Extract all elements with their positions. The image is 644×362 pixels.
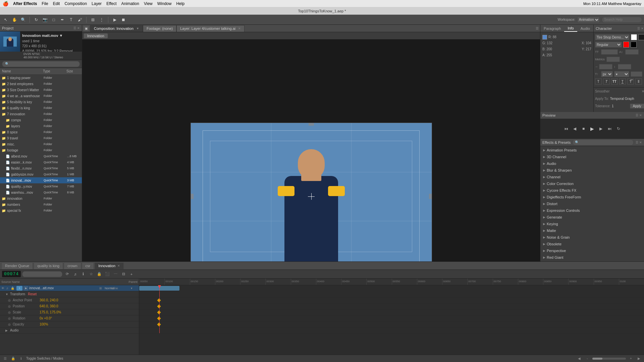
file-item-21[interactable]: 📁 innovation Folder xyxy=(0,195,82,201)
toolbar-text[interactable]: T xyxy=(67,16,75,23)
preview-loop[interactable]: ↻ xyxy=(615,125,622,132)
menu-view[interactable]: View xyxy=(144,1,153,6)
menu-composition[interactable]: Composition xyxy=(64,1,87,6)
layer-visibility[interactable]: 👁 xyxy=(1,287,6,290)
scale-v-input[interactable]: 100 % xyxy=(618,64,631,69)
t-btn-1[interactable]: T xyxy=(595,78,602,84)
file-item-12[interactable]: 📁 misc. Folder xyxy=(0,141,82,147)
toolbar-rotate[interactable]: ↻ xyxy=(33,16,40,23)
toolbar-hand[interactable]: ✋ xyxy=(11,16,18,23)
file-item-20[interactable]: 📄 warehou...mov QuickTime 8 MB xyxy=(0,189,82,195)
position-stopwatch[interactable]: ◎ xyxy=(8,305,11,308)
file-item-14[interactable]: 📄 albest.mov QuickTime ...8 MB xyxy=(0,153,82,159)
layer-row-1[interactable]: 👁 ♬ 🔒 1 ▶ innovat...att.mov ⊞ Normal Non… xyxy=(0,285,139,291)
transform-arrow[interactable]: ▼ xyxy=(5,293,9,296)
opacity-row[interactable]: ◎ Opacity 100% xyxy=(0,321,139,327)
effects-cat-expression-controls[interactable]: ▶Expression Controls xyxy=(540,207,644,214)
tl-new-btn[interactable]: + xyxy=(128,271,135,278)
tab-audio[interactable]: Audio xyxy=(577,25,593,32)
file-item-18[interactable]: 📄 innovat...mov QuickTime 3 MB xyxy=(0,177,82,183)
menu-file[interactable]: File xyxy=(42,1,48,6)
preview-prev-frame[interactable]: ◀ xyxy=(572,125,578,132)
character-menu[interactable]: ☰ ✕ xyxy=(637,27,644,30)
anchor-stopwatch[interactable]: ◎ xyxy=(8,299,11,302)
toolbar-select[interactable]: ↖ xyxy=(2,16,9,23)
rotation-value[interactable]: 0x +0.0° xyxy=(40,316,52,320)
parent-dropdown[interactable]: ▾ xyxy=(131,287,138,290)
t-btn-4[interactable]: T xyxy=(619,78,626,84)
file-item-9[interactable]: 📁 layers Folder xyxy=(0,123,82,129)
tracking-input[interactable]: 0 xyxy=(606,57,620,62)
font-style-select[interactable]: Regular xyxy=(595,42,622,48)
rotation-stopwatch[interactable]: ◎ xyxy=(8,317,11,320)
layer-lock[interactable]: 🔒 xyxy=(11,287,15,290)
tl-bottom-lock[interactable]: 🔒 xyxy=(10,356,16,362)
tl-bottom-zoom-in[interactable]: + xyxy=(628,356,634,362)
tab-footage[interactable]: Footage: (none) xyxy=(143,25,176,32)
effects-cat-digieffects-freeform[interactable]: ▶Digieffects FreeForm xyxy=(540,194,644,200)
preview-skip-end[interactable]: ⏭ xyxy=(606,125,613,132)
effects-cat-channel[interactable]: ▶Channel xyxy=(540,174,644,180)
menu-help[interactable]: Help xyxy=(176,1,184,6)
timeline-tab-csr[interactable]: csr xyxy=(82,262,94,269)
timecode-display[interactable]: 00074 xyxy=(2,271,21,277)
comp-tab-close[interactable]: ▼ xyxy=(136,27,139,30)
scale-stopwatch[interactable]: ◎ xyxy=(8,311,11,314)
scale-value[interactable]: 175.0, 175.0% xyxy=(40,310,61,314)
toolbar-snap[interactable]: ⊞ xyxy=(89,16,97,23)
timeline-tab-crown[interactable]: crown xyxy=(64,262,81,269)
font-size-input[interactable]: 140 px xyxy=(601,49,618,55)
tl-bottom-info[interactable]: ℹ xyxy=(18,356,24,362)
transform-reset[interactable]: Reset xyxy=(28,292,37,296)
opacity-stopwatch[interactable]: ◎ xyxy=(8,323,11,326)
workspace-select[interactable]: Animation xyxy=(577,17,600,23)
frame-handle-right[interactable] xyxy=(429,194,432,199)
project-search-input[interactable] xyxy=(2,61,80,67)
toolbar-grid[interactable]: ⋮ xyxy=(98,16,105,23)
tl-adjustment-btn[interactable]: ⊟ xyxy=(120,271,127,278)
toolbar-pen[interactable]: ✒ xyxy=(59,16,66,23)
effects-cat-distort[interactable]: ▶Distort xyxy=(540,200,644,207)
file-item-2[interactable]: 📁 2 best employees Folder xyxy=(0,81,82,87)
file-item-22[interactable]: 📁 numbers Folder xyxy=(0,201,82,207)
file-item-8[interactable]: 📁 comps Folder xyxy=(0,117,82,123)
fill-color[interactable] xyxy=(623,42,629,48)
file-item-5[interactable]: 📁 5 flexibility is key Folder xyxy=(0,99,82,105)
tl-solo-btn[interactable]: ☆ xyxy=(88,271,95,278)
scale-h-input[interactable]: 100 % xyxy=(599,64,612,69)
toolbar-zoom[interactable]: 🔍 xyxy=(19,16,27,23)
layer-tab-close[interactable]: ✕ xyxy=(238,27,241,30)
timeline-tab-innovation[interactable]: Innovation✕ xyxy=(95,262,124,269)
file-item-1[interactable]: 📁 1 staying power Folder xyxy=(0,75,82,81)
layer-audio-vis[interactable]: ♬ xyxy=(6,287,11,290)
effects-cat-generate[interactable]: ▶Generate xyxy=(540,214,644,221)
frame-handle-left[interactable] xyxy=(191,194,194,199)
t-btn-3[interactable]: TT xyxy=(611,78,618,84)
position-value[interactable]: 640.0, 360.0 xyxy=(40,304,58,308)
text-stroke-box[interactable] xyxy=(638,34,644,40)
file-item-3[interactable]: 📁 3 Size Doesn't Matter Folder xyxy=(0,87,82,93)
preview-skip-start[interactable]: ⏮ xyxy=(563,125,570,132)
tl-bottom-prev[interactable]: ◀ xyxy=(576,356,582,362)
effects-cat-audio[interactable]: ▶Audio xyxy=(540,160,644,167)
stroke-color[interactable] xyxy=(631,42,637,48)
apply-btn[interactable]: Apply xyxy=(630,104,644,109)
file-item-17[interactable]: 📄 gabbysize.mov QuickTime 1 MB xyxy=(0,171,82,177)
scale-row[interactable]: ◎ Scale 175.0, 175.0% xyxy=(0,309,139,315)
tl-bottom-next[interactable]: ▶ xyxy=(636,356,642,362)
rotation-row[interactable]: ◎ Rotation 0x +0.0° xyxy=(0,315,139,321)
effects-cat-color-correction[interactable]: ▶Color Correction xyxy=(540,180,644,187)
preview-stop[interactable]: ■ xyxy=(580,125,587,132)
file-item-23[interactable]: 📁 special fx Folder xyxy=(0,207,82,214)
tab-composition[interactable]: Composition: Innovation ▼ xyxy=(90,25,143,32)
viewer-menu[interactable]: ☰ xyxy=(536,26,539,30)
anchor-point-row[interactable]: ◎ Anchor Point 360.0, 240.0 xyxy=(0,297,139,303)
effects-menu[interactable]: ☰ ✕ xyxy=(636,141,642,144)
effects-cat-keying[interactable]: ▶Keying xyxy=(540,221,644,227)
menu-effect[interactable]: Effect xyxy=(106,1,116,6)
preview-play[interactable]: ▶ xyxy=(589,125,596,132)
effects-cat-red-giant[interactable]: ▶Red Giant xyxy=(540,254,644,261)
smoother-close[interactable]: ✕ xyxy=(642,89,644,93)
unit-select[interactable]: px xyxy=(601,71,613,77)
menu-animation[interactable]: Animation xyxy=(121,1,139,6)
